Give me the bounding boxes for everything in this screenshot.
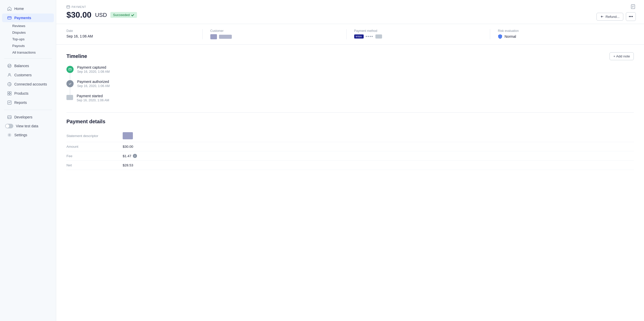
- home-label: Home: [14, 7, 24, 11]
- notification-area: [630, 4, 636, 10]
- payment-amount-row: $30.00 USD Succeeded: [66, 10, 634, 20]
- customer-label: Customer: [210, 29, 339, 33]
- reports-icon: [7, 100, 12, 105]
- sidebar-item-products[interactable]: Products: [2, 89, 54, 98]
- timeline-date-2: Sep 16, 2020, 1:06 AM: [77, 98, 109, 102]
- timeline-item-0-content: Payment captured Sep 16, 2020, 1:08 AM: [77, 65, 110, 73]
- payment-authorized-icon: [66, 80, 74, 87]
- customers-icon: [7, 73, 12, 77]
- svg-rect-5: [10, 92, 11, 93]
- payment-details-section: Payment details Statement descriptor Amo…: [66, 112, 634, 170]
- fee-info-icon[interactable]: i: [133, 154, 137, 158]
- date-value: Sep 16, 1:06 AM: [66, 34, 195, 38]
- sidebar-item-home[interactable]: Home: [2, 4, 54, 13]
- timeline-title: Timeline: [66, 53, 87, 59]
- customers-label: Customers: [14, 73, 32, 77]
- sidebar-item-customers[interactable]: Customers: [2, 71, 54, 79]
- timeline-header: Timeline + Add note: [66, 52, 634, 60]
- test-data-switch[interactable]: [5, 124, 13, 128]
- sidebar-sub-payments: Reviews Disputes Top-ups Payouts All tra…: [0, 22, 56, 56]
- products-icon: [7, 91, 12, 96]
- reports-label: Reports: [14, 101, 27, 105]
- home-icon: [7, 6, 12, 11]
- timeline-item-2: Payment started Sep 16, 2020, 1:06 AM: [66, 94, 634, 102]
- developers-icon: [7, 115, 12, 119]
- sidebar-item-balances[interactable]: Balances: [2, 61, 54, 70]
- net-value: $28.53: [123, 163, 133, 167]
- amount-value: $30.00: [123, 145, 133, 149]
- svg-rect-6: [8, 94, 9, 95]
- timeline-section: Timeline + Add note Payment captured Sep…: [66, 52, 634, 102]
- sidebar-item-payments[interactable]: Payments: [2, 14, 54, 22]
- payment-details-title: Payment details: [66, 119, 634, 125]
- refund-icon: [600, 15, 604, 18]
- timeline-event-1: Payment authorized: [77, 80, 110, 84]
- payment-currency: USD: [95, 12, 107, 18]
- fee-label: Fee: [66, 154, 123, 158]
- card-dots: ••••: [366, 34, 373, 39]
- sidebar-item-payouts[interactable]: Payouts: [12, 43, 56, 49]
- main-body: Timeline + Add note Payment captured Sep…: [56, 45, 644, 178]
- risk-evaluation-col: Risk evaluation Normal: [498, 29, 634, 39]
- sidebar-item-reports[interactable]: Reports: [2, 98, 54, 107]
- products-label: Products: [14, 91, 28, 95]
- connected-accounts-label: Connected accounts: [14, 82, 47, 86]
- svg-rect-0: [8, 17, 11, 19]
- customer-name-placeholder: [219, 35, 232, 39]
- more-options-button[interactable]: •••: [626, 12, 636, 21]
- sidebar-item-reviews[interactable]: Reviews: [12, 23, 56, 29]
- settings-label: Settings: [14, 133, 27, 137]
- sidebar: Home Payments Reviews Disputes Top-ups P…: [0, 0, 56, 321]
- svg-rect-4: [8, 92, 9, 93]
- descriptor-label: Statement descriptor: [66, 134, 123, 138]
- refund-button[interactable]: Refund...: [596, 13, 623, 21]
- payment-started-icon: [66, 95, 73, 100]
- timeline-item-1: Payment authorized Sep 16, 2020, 1:06 AM: [66, 80, 634, 88]
- sidebar-divider-2: [4, 110, 52, 110]
- payment-method-col: Payment method VISA ••••: [354, 29, 490, 39]
- payment-method-value: VISA ••••: [354, 34, 482, 39]
- balances-icon: [7, 64, 12, 68]
- sidebar-item-all-transactions[interactable]: All transactions: [12, 49, 56, 56]
- date-col: Date Sep 16, 1:06 AM: [66, 29, 203, 39]
- customer-avatar: [210, 34, 217, 39]
- customer-col: Customer: [210, 29, 347, 39]
- visa-logo: VISA: [354, 34, 364, 39]
- status-badge: Succeeded: [110, 12, 137, 18]
- timeline-event-2: Payment started: [77, 94, 109, 98]
- payment-amount: $30.00: [66, 10, 91, 20]
- card-last4: [375, 34, 382, 39]
- risk-label: Risk evaluation: [498, 29, 626, 33]
- developers-label: Developers: [14, 115, 32, 119]
- timeline-date-1: Sep 16, 2020, 1:06 AM: [77, 84, 110, 88]
- descriptor-value: [123, 132, 133, 139]
- shield-icon: [498, 34, 502, 39]
- sidebar-item-settings[interactable]: Settings: [2, 131, 54, 139]
- main-content: PAYMENT $30.00 USD Succeeded: [56, 0, 644, 321]
- svg-rect-13: [69, 68, 71, 70]
- view-test-data-label: View test data: [16, 124, 38, 128]
- payments-label: Payments: [14, 16, 31, 20]
- add-note-button[interactable]: + Add note: [610, 52, 634, 60]
- svg-rect-7: [10, 94, 11, 95]
- payment-header: PAYMENT $30.00 USD Succeeded: [56, 0, 644, 24]
- svg-point-10: [9, 134, 10, 136]
- svg-rect-11: [67, 6, 70, 8]
- timeline-event-0: Payment captured: [77, 65, 110, 69]
- details-row-net: Net $28.53: [66, 161, 634, 170]
- payment-info-row: Date Sep 16, 1:06 AM Customer Payment me…: [56, 24, 644, 45]
- timeline-item-1-content: Payment authorized Sep 16, 2020, 1:06 AM: [77, 80, 110, 88]
- sidebar-divider-1: [4, 58, 52, 59]
- sidebar-item-topups[interactable]: Top-ups: [12, 36, 56, 42]
- sidebar-item-connected-accounts[interactable]: Connected accounts: [2, 80, 54, 89]
- sidebar-item-developers[interactable]: Developers: [2, 113, 54, 121]
- timeline-item-2-content: Payment started Sep 16, 2020, 1:06 AM: [77, 94, 109, 102]
- settings-icon: [7, 133, 12, 137]
- view-test-data-toggle[interactable]: View test data: [0, 122, 56, 130]
- sidebar-item-disputes[interactable]: Disputes: [12, 29, 56, 36]
- amount-label: Amount: [66, 145, 123, 149]
- header-actions: Refund... •••: [596, 12, 636, 21]
- details-row-amount: Amount $30.00: [66, 142, 634, 151]
- net-label: Net: [66, 163, 123, 167]
- connected-accounts-icon: [7, 82, 12, 87]
